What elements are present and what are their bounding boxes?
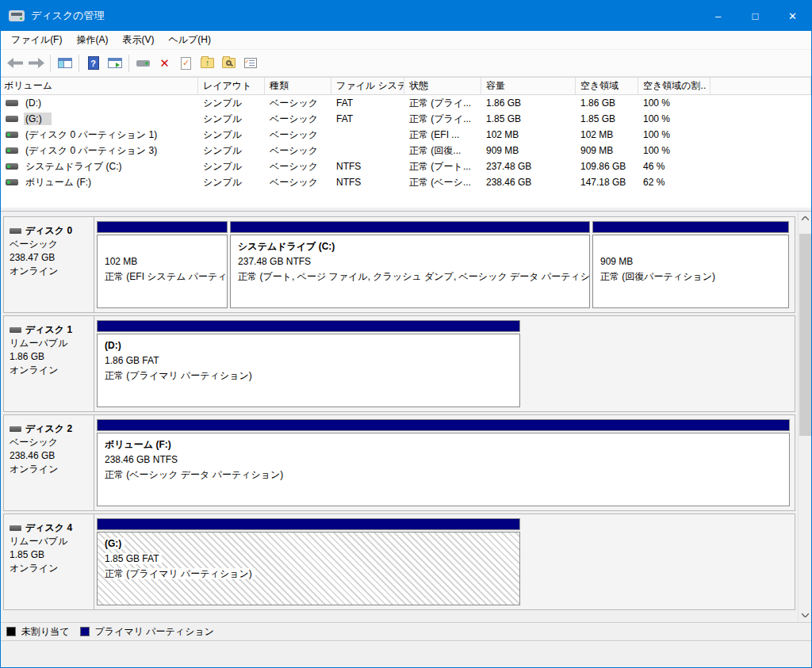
disk-kind: ベーシック — [10, 238, 90, 251]
disk-status: オンライン — [10, 364, 90, 377]
partition-body: (D:) 1.86 GB FAT 正常 (プライマリ パーティション) — [97, 334, 520, 407]
column-status[interactable]: 状態 — [404, 78, 481, 94]
partition-body: 102 MB 正常 (EFI システム パーティシ — [97, 235, 228, 308]
partition-recovery[interactable]: 909 MB 正常 (回復パーティション) — [592, 221, 789, 308]
partition-name: (D:) — [105, 338, 519, 353]
graphical-view-panel: ディスク 0 ベーシック 238.47 GB オンライン 102 MB 正常 (… — [1, 211, 811, 622]
minimize-button[interactable]: – — [699, 1, 737, 31]
partition-body: ボリューム (F:) 238.46 GB NTFS 正常 (ベーシック データ … — [97, 433, 790, 506]
column-free-pct[interactable]: 空き領域の割.. — [638, 78, 710, 94]
table-row-disk0-part3[interactable]: (ディスク 0 パーティション 3) シンプル ベーシック 正常 (回復... … — [1, 143, 811, 158]
disk-status: オンライン — [10, 562, 90, 575]
menu-file[interactable]: ファイル(F) — [4, 31, 69, 49]
partition-color-bar — [97, 419, 790, 431]
disk1-label[interactable]: ディスク 1 リムーバブル 1.86 GB オンライン — [4, 316, 94, 411]
drive-icon — [6, 163, 18, 170]
unallocated-label: 未割り当て — [21, 625, 70, 639]
volume-cell: (ディスク 0 パーティション 3) — [1, 143, 198, 158]
delete-volume-icon[interactable]: ✕ — [154, 53, 175, 74]
status-cell: 正常 (回復... — [404, 144, 481, 158]
disk2-partitions: ボリューム (F:) 238.46 GB NTFS 正常 (ベーシック データ … — [94, 415, 795, 510]
disk0-label[interactable]: ディスク 0 ベーシック 238.47 GB オンライン — [4, 217, 94, 312]
disk0-partitions: 102 MB 正常 (EFI システム パーティシ システムドライブ (C:) … — [94, 217, 795, 312]
partition-g-selected[interactable]: (G:) 1.85 GB FAT 正常 (プライマリ パーティション) — [97, 518, 520, 605]
disk-status: オンライン — [10, 265, 90, 278]
column-capacity[interactable]: 容量 — [481, 78, 576, 94]
scrollbar-thumb[interactable] — [799, 234, 811, 436]
folder-search-icon[interactable] — [218, 53, 239, 74]
partition-size: 1.85 GB FAT — [105, 553, 162, 564]
partition-color-bar — [97, 221, 228, 233]
disk-status: オンライン — [10, 463, 90, 476]
maximize-button[interactable]: □ — [737, 1, 774, 31]
partition-size: 102 MB — [105, 254, 227, 269]
disk-row-4: ディスク 4 リムーバブル 1.85 GB オンライン (G:) 1.85 GB… — [3, 513, 795, 610]
close-button[interactable]: ✕ — [774, 1, 811, 31]
disk-icon — [10, 525, 21, 531]
table-row-d[interactable]: (D:) シンプル ベーシック FAT 正常 (プライ... 1.86 GB 1… — [1, 95, 811, 111]
disk-rows-container: ディスク 0 ベーシック 238.47 GB オンライン 102 MB 正常 (… — [1, 212, 798, 622]
partition-status: 正常 (EFI システム パーティシ — [105, 269, 227, 284]
toolbar: ? ✕ ✓ ↑ — [1, 50, 811, 77]
partition-d[interactable]: (D:) 1.86 GB FAT 正常 (プライマリ パーティション) — [97, 320, 520, 407]
partition-f[interactable]: ボリューム (F:) 238.46 GB NTFS 正常 (ベーシック データ … — [97, 419, 790, 506]
menu-view[interactable]: 表示(V) — [115, 31, 161, 49]
window-controls: – □ ✕ — [699, 1, 811, 31]
menu-action[interactable]: 操作(A) — [69, 31, 115, 49]
partition-name: システムドライブ (C:) — [238, 239, 589, 254]
table-row-c[interactable]: システムドライブ (C:) シンプル ベーシック NTFS 正常 (ブート...… — [1, 158, 811, 174]
partition-color-bar — [592, 221, 789, 233]
disk1-partitions: (D:) 1.86 GB FAT 正常 (プライマリ パーティション) — [94, 316, 795, 411]
table-row-f[interactable]: ボリューム (F:) シンプル ベーシック NTFS 正常 (ベーシ... 23… — [1, 174, 811, 190]
column-volume[interactable]: ボリューム — [1, 78, 198, 94]
window-title: ディスクの管理 — [31, 9, 105, 23]
action-pane-icon[interactable] — [104, 53, 125, 74]
disk-icon — [10, 426, 21, 432]
help-glyph: ? — [88, 56, 99, 70]
partition-c[interactable]: システムドライブ (C:) 237.48 GB NTFS 正常 (ブート, ペー… — [230, 221, 590, 308]
check-document-icon[interactable]: ✓ — [175, 53, 197, 74]
column-free[interactable]: 空き領域 — [576, 78, 638, 94]
properties-icon[interactable] — [239, 53, 261, 74]
title-bar[interactable]: ディスクの管理 – □ ✕ — [1, 1, 811, 31]
free-pct-cell: 100 % — [638, 113, 710, 124]
magnifier-glyph — [226, 60, 232, 66]
capacity-cell: 237.48 GB — [481, 161, 576, 172]
disk-icon — [10, 228, 21, 234]
type-cell: ベーシック — [265, 97, 331, 110]
scroll-up-icon[interactable] — [799, 212, 811, 225]
folder-up-icon[interactable]: ↑ — [197, 53, 218, 74]
free-pct-cell: 62 % — [638, 177, 710, 188]
volume-name: (ディスク 0 パーティション 3) — [24, 143, 159, 158]
disk2-label[interactable]: ディスク 2 ベーシック 238.46 GB オンライン — [4, 415, 94, 510]
column-filesystem[interactable]: ファイル システム — [331, 78, 404, 94]
column-type[interactable]: 種類 — [265, 78, 331, 94]
column-layout[interactable]: レイアウト — [198, 78, 265, 94]
device-status-icon[interactable] — [132, 53, 154, 74]
menu-help[interactable]: ヘルプ(H) — [161, 31, 218, 49]
disk-name: ディスク 0 — [25, 224, 72, 238]
vertical-scrollbar[interactable] — [798, 212, 811, 622]
disk-icon — [10, 327, 21, 333]
disk4-label[interactable]: ディスク 4 リムーバブル 1.85 GB オンライン — [4, 514, 94, 609]
partition-name: ボリューム (F:) — [105, 437, 789, 452]
partition-name: (G:) — [105, 538, 124, 549]
toolbar-separator — [50, 55, 51, 72]
console-tree-icon[interactable] — [54, 53, 75, 74]
table-row-disk0-part1[interactable]: (ディスク 0 パーティション 1) シンプル ベーシック 正常 (EFI ..… — [1, 127, 811, 143]
partition-efi[interactable]: 102 MB 正常 (EFI システム パーティシ — [97, 221, 228, 308]
partition-color-bar — [97, 320, 520, 332]
table-row-g[interactable]: (G:) シンプル ベーシック FAT 正常 (プライ... 1.85 GB 1… — [1, 111, 811, 127]
help-icon[interactable]: ? — [82, 53, 104, 74]
delete-glyph: ✕ — [159, 56, 170, 71]
partition-status: 正常 (ベーシック データ パーティション) — [105, 468, 789, 483]
type-cell: ベーシック — [265, 113, 331, 126]
forward-icon[interactable] — [25, 53, 47, 74]
partition-body: 909 MB 正常 (回復パーティション) — [592, 235, 789, 308]
back-icon[interactable] — [4, 53, 25, 74]
scroll-down-icon[interactable] — [799, 609, 811, 622]
legend-bar: 未割り当て プライマリ パーティション — [1, 622, 811, 641]
status-cell: 正常 (プライ... — [404, 97, 481, 110]
type-cell: ベーシック — [265, 144, 331, 158]
disk-row-1: ディスク 1 リムーバブル 1.86 GB オンライン (D:) 1.86 GB… — [3, 315, 795, 412]
